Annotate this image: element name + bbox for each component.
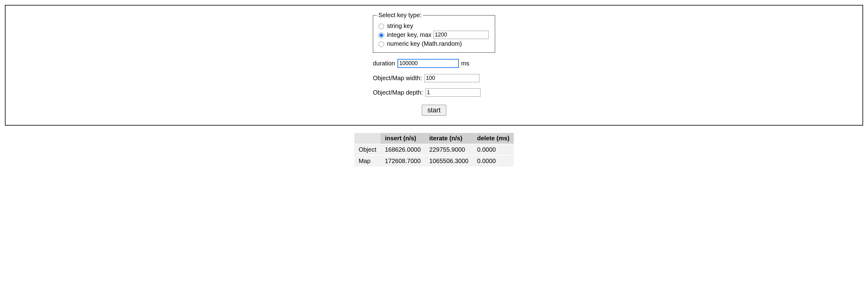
results-section: insert (n/s) iterate (n/s) delete (ms) O… xyxy=(5,133,863,166)
cell-delete: 0.0000 xyxy=(473,155,514,166)
width-input[interactable] xyxy=(424,74,479,82)
start-button[interactable]: start xyxy=(422,105,446,116)
integer-max-input[interactable] xyxy=(433,31,489,39)
key-type-fieldset: Select key type: string key integer key,… xyxy=(373,12,495,53)
width-label: Object/Map width: xyxy=(373,75,422,82)
radio-numeric-key[interactable] xyxy=(378,42,384,47)
radio-string-key[interactable] xyxy=(378,24,384,29)
radio-integer-key[interactable] xyxy=(378,32,384,38)
th-delete: delete (ms) xyxy=(473,133,514,144)
radio-string-label: string key xyxy=(387,22,413,29)
cell-delete: 0.0000 xyxy=(473,144,514,155)
depth-label: Object/Map depth: xyxy=(373,89,423,96)
results-table: insert (n/s) iterate (n/s) delete (ms) O… xyxy=(354,133,514,166)
config-inner: Select key type: string key integer key,… xyxy=(373,12,495,116)
cell-iterate: 229755.9000 xyxy=(425,144,473,155)
cell-insert: 172608.7000 xyxy=(381,155,425,166)
radio-row-integer: integer key, max xyxy=(377,31,488,39)
depth-input[interactable] xyxy=(426,88,480,97)
radio-row-numeric: numeric key (Math.random) xyxy=(377,40,488,47)
key-type-legend: Select key type: xyxy=(377,12,423,19)
radio-row-string: string key xyxy=(377,22,488,29)
duration-row: duration ms xyxy=(373,59,469,68)
cell-insert: 168626.0000 xyxy=(381,144,425,155)
row-label: Map xyxy=(354,155,381,166)
width-row: Object/Map width: xyxy=(373,74,479,82)
duration-label: duration xyxy=(373,60,395,67)
start-wrap: start xyxy=(422,105,446,116)
duration-input[interactable] xyxy=(398,59,459,68)
th-iterate: iterate (n/s) xyxy=(425,133,473,144)
cell-iterate: 1065506.3000 xyxy=(425,155,473,166)
depth-row: Object/Map depth: xyxy=(373,88,480,97)
radio-integer-label: integer key, max xyxy=(387,31,431,38)
table-row: Object 168626.0000 229755.9000 0.0000 xyxy=(354,144,514,155)
duration-unit: ms xyxy=(461,60,470,67)
config-panel: Select key type: string key integer key,… xyxy=(5,5,863,126)
row-label: Object xyxy=(354,144,381,155)
th-insert: insert (n/s) xyxy=(381,133,425,144)
th-corner xyxy=(354,133,381,144)
table-row: Map 172608.7000 1065506.3000 0.0000 xyxy=(354,155,514,166)
radio-numeric-label: numeric key (Math.random) xyxy=(387,40,462,47)
